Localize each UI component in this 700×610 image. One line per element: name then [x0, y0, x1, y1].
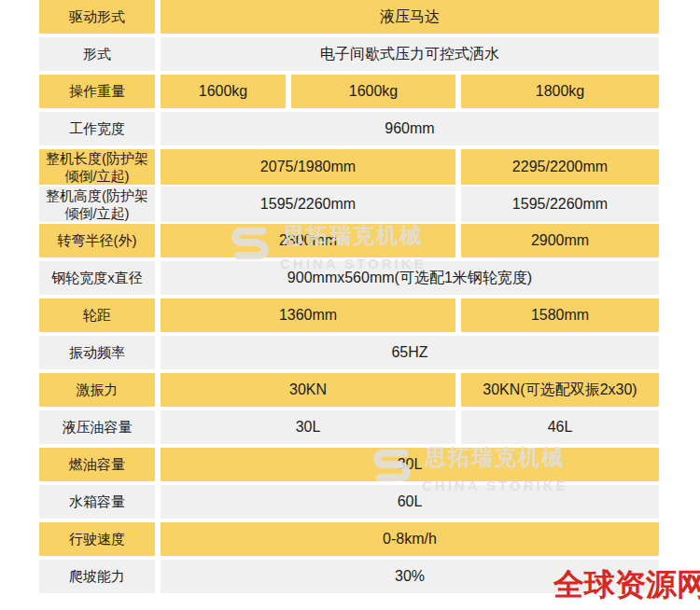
spec-label-cell: 驱动形式 — [39, 0, 155, 34]
spec-label-cell: 转弯半径(外) — [39, 224, 155, 257]
spec-row-overall-height: 整机高度(防护架倾倒/立起) 1595/2260mm 1595/2260mm — [39, 187, 659, 222]
spec-value-cell: 2295/2200mm — [461, 149, 659, 185]
spec-row-water-tank-capacity: 水箱容量 60L — [39, 485, 659, 519]
site-logo: 全球资源网 — [553, 564, 700, 606]
spec-row-exciting-force: 激振力 30KN 30KN(可选配双振2x30) — [39, 373, 659, 407]
spec-value-cell: 1595/2260mm — [161, 187, 455, 222]
spec-label-cell: 行驶速度 — [39, 522, 155, 556]
spec-value-cell: 1595/2260mm — [461, 187, 659, 222]
spec-value-cell: 2900mm — [461, 224, 659, 257]
spec-row-drum-size: 钢轮宽度x直径 900mmx560mm(可选配1米钢轮宽度) — [39, 261, 659, 295]
spec-label-cell: 整机长度(防护架倾倒/立起) — [39, 149, 155, 185]
spec-value-cell: 1360mm — [161, 298, 455, 332]
spec-label-cell: 钢轮宽度x直径 — [39, 261, 155, 295]
spec-value-cell: 0-8km/h — [161, 522, 659, 556]
spec-value-cell: 30L — [161, 410, 455, 444]
spec-value-cell: 30L — [161, 448, 659, 481]
spec-row-overall-length: 整机长度(防护架倾倒/立起) 2075/1980mm 2295/2200mm — [39, 149, 659, 185]
spec-row-hydraulic-oil-capacity: 液压油容量 30L 46L — [39, 410, 659, 444]
spec-label-cell: 燃油容量 — [39, 448, 155, 481]
spec-value-cell: 1600kg — [291, 75, 455, 108]
spec-row-travel-speed: 行驶速度 0-8km/h — [39, 522, 659, 556]
spec-table: 驱动形式 液压马达 形式 电子间歇式压力可控式洒水 操作重量 1600kg 16… — [39, 0, 659, 597]
spec-value-cell: 900mmx560mm(可选配1米钢轮宽度) — [161, 261, 659, 295]
spec-label-cell: 激振力 — [39, 373, 155, 407]
spec-row-wheelbase: 轮距 1360mm 1580mm — [39, 298, 659, 332]
spec-row-fuel-capacity: 燃油容量 30L — [39, 448, 659, 481]
spec-value-cell: 2075/1980mm — [161, 149, 455, 185]
spec-label-cell: 水箱容量 — [39, 485, 155, 519]
spec-row-operating-weight: 操作重量 1600kg 1600kg 1800kg — [39, 75, 659, 108]
spec-label-cell: 工作宽度 — [39, 112, 155, 146]
spec-value-cell: 960mm — [161, 112, 659, 146]
spec-value-cell: 1600kg — [161, 75, 286, 108]
spec-row-turning-radius: 转弯半径(外) 2800mm 2900mm — [39, 224, 659, 257]
spec-label-cell: 液压油容量 — [39, 410, 155, 444]
spec-value-cell: 30KN(可选配双振2x30) — [461, 373, 659, 407]
spec-value-cell: 电子间歇式压力可控式洒水 — [161, 37, 659, 71]
spec-value-cell: 2800mm — [161, 224, 455, 257]
spec-label-cell: 形式 — [39, 37, 155, 71]
spec-value-cell: 1580mm — [461, 298, 659, 332]
spec-row-sprinkler-type: 形式 电子间歇式压力可控式洒水 — [39, 37, 659, 71]
spec-value-cell: 1800kg — [461, 75, 659, 108]
spec-value-cell: 60L — [161, 485, 659, 519]
spec-value-cell: 65HZ — [161, 336, 659, 369]
spec-row-vibration-frequency: 振动频率 65HZ — [39, 336, 659, 369]
spec-value-cell: 液压马达 — [161, 0, 659, 34]
spec-label-cell: 整机高度(防护架倾倒/立起) — [39, 187, 155, 222]
spec-row-working-width: 工作宽度 960mm — [39, 112, 659, 146]
spec-row-drive-type: 驱动形式 液压马达 — [39, 0, 659, 34]
spec-value-cell: 46L — [461, 410, 659, 444]
spec-label-cell: 操作重量 — [39, 75, 155, 108]
spec-label-cell: 爬坡能力 — [39, 560, 155, 593]
spec-value-cell: 30KN — [161, 373, 455, 407]
spec-label-cell: 轮距 — [39, 298, 155, 332]
spec-label-cell: 振动频率 — [39, 336, 155, 369]
spec-sheet-screen: 驱动形式 液压马达 形式 电子间歇式压力可控式洒水 操作重量 1600kg 16… — [0, 0, 700, 610]
